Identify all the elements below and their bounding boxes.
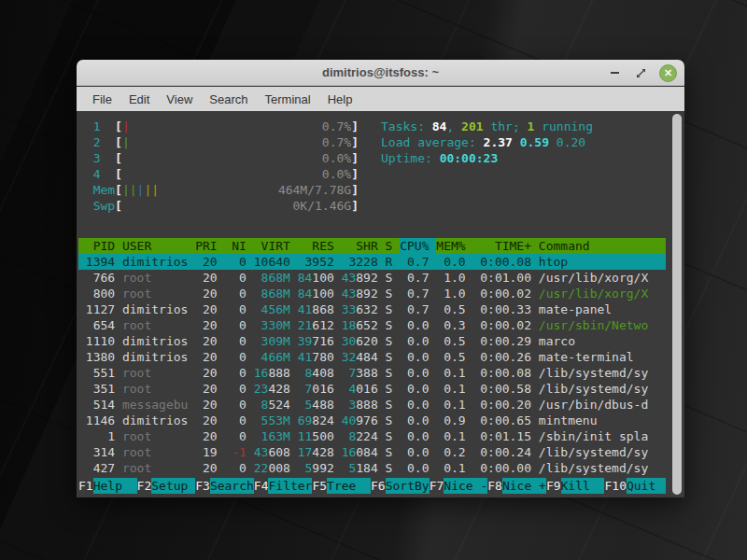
- header-cell-cmd[interactable]: Command: [539, 238, 666, 254]
- maximize-button[interactable]: [633, 65, 648, 80]
- user-cell: dimitrios: [122, 413, 188, 428]
- process-row[interactable]: 1146dimitrios200553M6982440976S0.00.90:0…: [78, 413, 666, 428]
- time-cell: 0:00.33: [472, 301, 531, 317]
- menu-item-view[interactable]: View: [158, 90, 201, 109]
- process-row-selected[interactable]: 1394dimitrios2001064039523228R0.70.00:00…: [78, 254, 666, 270]
- header-cell-res[interactable]: RES: [298, 238, 334, 254]
- ni-cell: 0: [224, 270, 246, 286]
- header-cell-mem[interactable]: MEM%: [436, 238, 465, 254]
- process-row[interactable]: 1root200163M115008224S0.00.10:01.15/sbin…: [78, 428, 666, 444]
- pri-cell: 20: [195, 460, 217, 476]
- state-cell: S: [386, 286, 393, 301]
- header-cell-time[interactable]: TIME+: [472, 238, 531, 254]
- user-cell: dimitrios: [122, 254, 188, 270]
- header-cell-pid[interactable]: PID: [78, 238, 115, 254]
- scrollbar[interactable]: [672, 114, 682, 495]
- virt-cell: 868M: [254, 270, 290, 286]
- command-cell: /lib/systemd/sy: [539, 381, 666, 397]
- process-row[interactable]: 800root200868M8410043892S0.71.00:00.02/u…: [78, 286, 666, 301]
- menu-item-search[interactable]: Search: [201, 90, 256, 109]
- fkey-f3-search[interactable]: F3Search: [195, 478, 254, 494]
- ni-cell: 0: [224, 349, 246, 365]
- process-row[interactable]: 551root2001688884087388S0.00.10:00.08/li…: [78, 365, 666, 381]
- fkey-f8-nice[interactable]: F8Nice +: [487, 478, 546, 494]
- header-cell-user[interactable]: USER: [122, 238, 188, 254]
- fkey-f1-help[interactable]: F1Help: [78, 478, 137, 494]
- fkey-f7-nice[interactable]: F7Nice -: [430, 478, 488, 494]
- time-cell: 0:00.02: [472, 317, 531, 333]
- process-row[interactable]: 351root2002342870164016S0.00.10:00.58/li…: [78, 381, 666, 397]
- pri-cell: 20: [195, 254, 217, 270]
- time-cell: 0:00.08: [472, 365, 531, 381]
- mem-cell: 0.1: [436, 381, 465, 397]
- terminal-window: dimitrios@itsfoss: ~ ✕ FileEditViewSearc…: [77, 60, 684, 497]
- command-cell: /lib/systemd/sy: [539, 460, 666, 476]
- res-cell: 41868: [298, 301, 334, 317]
- shr-cell: 40976: [342, 413, 378, 428]
- virt-cell: 163M: [254, 428, 290, 444]
- shr-cell: 32484: [342, 349, 378, 365]
- fkey-f9-kill[interactable]: F9Kill: [546, 478, 605, 494]
- header-cell-ni[interactable]: NI: [224, 238, 246, 254]
- res-cell: 39716: [298, 333, 334, 349]
- menu-item-edit[interactable]: Edit: [120, 90, 158, 109]
- fkey-label: Help: [93, 478, 137, 494]
- process-row[interactable]: 1380dimitrios200466M4178032484S0.00.50:0…: [78, 349, 666, 365]
- menu-item-help[interactable]: Help: [319, 90, 361, 109]
- fkey-number: F9: [546, 478, 561, 494]
- meter-label: 3: [93, 150, 115, 166]
- user-cell: root: [122, 428, 188, 444]
- header-cell-virt[interactable]: VIRT: [254, 238, 290, 254]
- shr-cell: 16084: [342, 444, 378, 460]
- process-row[interactable]: 427root2002200859925184S0.00.10:00.00/li…: [78, 460, 666, 476]
- process-row[interactable]: 1110dimitrios200309M3971630620S0.00.50:0…: [78, 333, 666, 349]
- close-icon: ✕: [664, 67, 672, 79]
- mem-cell: 0.5: [436, 333, 465, 349]
- process-row[interactable]: 654root200330M2161218652S0.00.30:00.02/u…: [78, 317, 666, 333]
- minimize-button[interactable]: [607, 65, 622, 80]
- header-cell-s[interactable]: S: [386, 238, 393, 254]
- terminal-content[interactable]: 1[|0.7%]2[|0.7%]3[0.0%]4[0.0%]Mem[|||||4…: [77, 111, 684, 497]
- pri-cell: 20: [195, 349, 217, 365]
- menu-item-file[interactable]: File: [84, 90, 120, 109]
- header-cell-pri[interactable]: PRI: [195, 238, 217, 254]
- titlebar[interactable]: dimitrios@itsfoss: ~ ✕: [77, 60, 684, 86]
- pid-cell: 1146: [78, 413, 115, 428]
- process-row[interactable]: 1127dimitrios200456M4186833632S0.70.50:0…: [78, 301, 666, 317]
- time-cell: 0:00.65: [472, 413, 531, 428]
- time-cell: 0:00.29: [472, 333, 531, 349]
- ni-cell: 0: [224, 333, 246, 349]
- tasks-summary: Tasks: 84, 201 thr; 1 runningLoad averag…: [381, 119, 666, 214]
- state-cell: S: [386, 444, 393, 460]
- fkey-f10-quit[interactable]: F10Quit: [604, 478, 666, 494]
- virt-cell: 23428: [254, 381, 290, 397]
- process-row[interactable]: 314root19-1436081742816084S0.00.20:00.24…: [78, 444, 666, 460]
- menubar: FileEditViewSearchTerminalHelp: [77, 87, 684, 111]
- cpu-cell: 0.0: [400, 460, 436, 476]
- process-row[interactable]: 766root200868M8410043892S0.71.00:01.00/u…: [78, 270, 666, 286]
- process-row[interactable]: 514messagebu200852454883888S0.00.10:00.2…: [78, 397, 666, 413]
- header-cell-cpu-sorted[interactable]: CPU%: [400, 238, 436, 254]
- res-cell: 5992: [298, 460, 334, 476]
- ni-cell: 0: [224, 428, 246, 444]
- cpu-cell: 0.7: [400, 254, 436, 270]
- meter-value: 0K/1.46G: [293, 198, 352, 214]
- time-cell: 0:00.58: [472, 381, 531, 397]
- fkey-f6-sortby[interactable]: F6SortBy: [371, 478, 430, 494]
- cpu-2-meter: 2[|0.7%]: [78, 134, 359, 150]
- virt-cell: 10640: [254, 254, 290, 270]
- ni-cell: 0: [224, 254, 246, 270]
- time-cell: 0:00.20: [472, 397, 531, 413]
- ni-cell: 0: [224, 365, 246, 381]
- cpu-3-meter: 3[0.0%]: [78, 150, 359, 166]
- cpu-cell: 0.0: [400, 413, 436, 428]
- shr-cell: 18652: [342, 317, 378, 333]
- fkey-f5-tree[interactable]: F5Tree: [312, 478, 371, 494]
- close-button[interactable]: ✕: [659, 64, 677, 82]
- fkey-f2-setup[interactable]: F2Setup: [137, 478, 196, 494]
- menu-item-terminal[interactable]: Terminal: [257, 90, 319, 109]
- window-controls: ✕: [607, 60, 677, 86]
- header-cell-shr[interactable]: SHR: [342, 238, 378, 254]
- res-cell: 84100: [298, 270, 334, 286]
- fkey-f4-filter[interactable]: F4Filter: [254, 478, 313, 494]
